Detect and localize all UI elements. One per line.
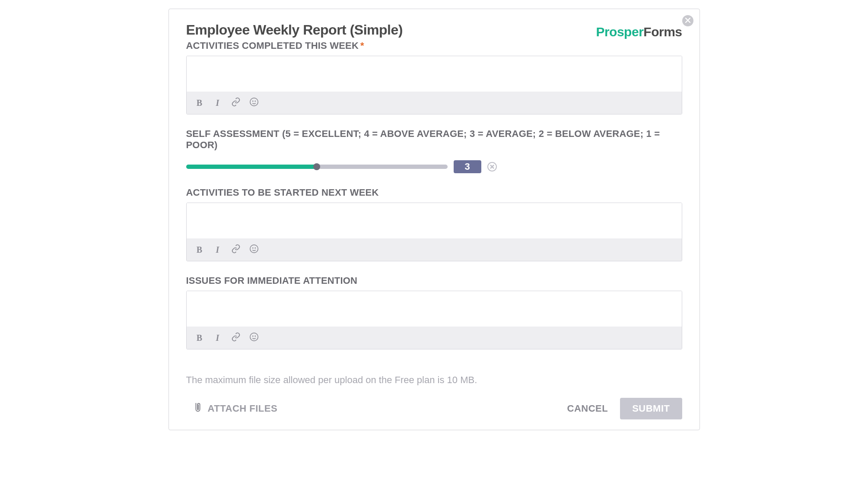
- italic-button[interactable]: I: [213, 333, 223, 343]
- svg-point-4: [252, 248, 253, 248]
- link-button[interactable]: [231, 333, 241, 343]
- svg-point-2: [255, 101, 255, 101]
- slider-thumb[interactable]: [313, 163, 320, 170]
- input-activities-completed[interactable]: [187, 56, 682, 90]
- attach-files-button[interactable]: ATTACH FILES: [186, 402, 278, 416]
- toolbar-activities-completed: B I: [187, 92, 682, 114]
- input-activities-next[interactable]: [187, 203, 682, 237]
- emoji-icon: [249, 97, 259, 109]
- toolbar-activities-next: B I: [187, 238, 682, 261]
- logo-prosper: Prosper: [596, 25, 643, 39]
- paperclip-icon: [193, 402, 203, 416]
- self-assessment-slider[interactable]: [186, 165, 448, 169]
- italic-button[interactable]: I: [213, 244, 223, 255]
- section-activities-completed: ACTIVITIES COMPLETED THIS WEEK* B I: [186, 40, 682, 114]
- svg-point-7: [252, 336, 253, 336]
- brand-logo: ProsperForms: [596, 22, 682, 39]
- logo-forms: Forms: [643, 25, 682, 39]
- editor-issues: B I: [186, 291, 682, 349]
- clear-icon: [490, 163, 494, 171]
- page-title: Employee Weekly Report (Simple): [186, 22, 403, 38]
- link-icon: [231, 332, 241, 344]
- header: Employee Weekly Report (Simple) ProsperF…: [186, 22, 682, 39]
- emoji-icon: [249, 244, 259, 256]
- label-self-assessment: SELF ASSESSMENT (5 = EXCELLENT; 4 = ABOV…: [186, 128, 682, 151]
- link-button[interactable]: [231, 244, 241, 255]
- emoji-icon: [249, 332, 259, 344]
- svg-point-1: [252, 101, 253, 101]
- bold-button[interactable]: B: [194, 244, 205, 255]
- svg-point-5: [255, 248, 255, 248]
- emoji-button[interactable]: [249, 333, 259, 343]
- svg-point-6: [250, 333, 258, 340]
- cancel-button[interactable]: CANCEL: [567, 403, 608, 414]
- footer: ATTACH FILES CANCEL SUBMIT: [186, 398, 682, 419]
- editor-activities-completed: B I: [186, 56, 682, 114]
- file-size-hint: The maximum file size allowed per upload…: [186, 374, 682, 386]
- label-activities-next: ACTIVITIES TO BE STARTED NEXT WEEK: [186, 187, 682, 198]
- slider-value-badge: 3: [454, 160, 481, 173]
- bold-button[interactable]: B: [194, 333, 205, 343]
- svg-point-3: [250, 244, 258, 252]
- section-activities-next: ACTIVITIES TO BE STARTED NEXT WEEK B I: [186, 187, 682, 261]
- close-icon: [685, 17, 690, 25]
- slider-clear-button[interactable]: [487, 162, 497, 171]
- emoji-button[interactable]: [249, 244, 259, 255]
- svg-point-0: [250, 98, 258, 105]
- italic-button[interactable]: I: [213, 98, 223, 108]
- section-self-assessment: SELF ASSESSMENT (5 = EXCELLENT; 4 = ABOV…: [186, 128, 682, 173]
- close-button[interactable]: [682, 15, 693, 26]
- slider-row: 3: [186, 160, 682, 173]
- bold-button[interactable]: B: [194, 98, 205, 108]
- attach-label: ATTACH FILES: [208, 403, 278, 414]
- submit-button[interactable]: SUBMIT: [620, 398, 682, 419]
- footer-actions: CANCEL SUBMIT: [567, 398, 682, 419]
- emoji-button[interactable]: [249, 98, 259, 108]
- section-issues: ISSUES FOR IMMEDIATE ATTENTION B I: [186, 275, 682, 349]
- link-icon: [231, 244, 241, 256]
- toolbar-issues: B I: [187, 327, 682, 349]
- label-issues: ISSUES FOR IMMEDIATE ATTENTION: [186, 275, 682, 286]
- form-modal: Employee Weekly Report (Simple) ProsperF…: [169, 9, 700, 430]
- svg-point-8: [255, 336, 255, 336]
- editor-activities-next: B I: [186, 203, 682, 261]
- required-indicator: *: [360, 40, 364, 51]
- input-issues[interactable]: [187, 291, 682, 325]
- link-button[interactable]: [231, 98, 241, 108]
- link-icon: [231, 97, 241, 109]
- slider-fill: [186, 165, 317, 169]
- label-activities-completed: ACTIVITIES COMPLETED THIS WEEK*: [186, 40, 682, 51]
